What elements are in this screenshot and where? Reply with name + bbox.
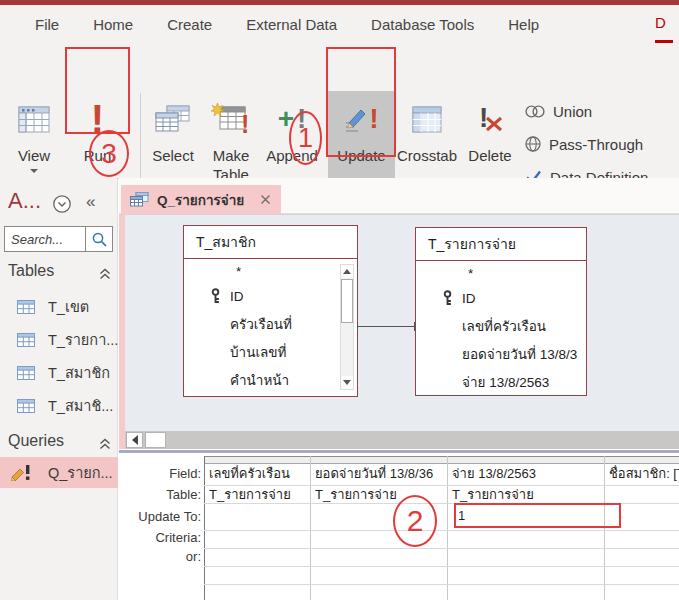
annotation-update-to-cell-rect <box>454 503 621 528</box>
field-item[interactable]: บ้านเลขที่ <box>230 343 330 363</box>
grid-cell-table-3[interactable]: T_รายการจ่าย <box>452 486 601 504</box>
search-input[interactable] <box>5 231 85 248</box>
annotation-step-2-circle: 2 <box>393 495 437 547</box>
scrollbar-thumb[interactable] <box>341 279 353 323</box>
grid-row-line <box>204 548 679 549</box>
table-icon <box>17 366 35 380</box>
field-item-id[interactable]: ID <box>462 289 476 309</box>
field-item[interactable]: คำนำหน้า <box>230 371 330 391</box>
view-dropdown-caret-icon <box>30 169 38 173</box>
globe-icon <box>524 135 542 153</box>
menu-tab-home[interactable]: Home <box>76 16 150 33</box>
sidebar-item-t-khet[interactable]: T_เขต <box>0 291 118 322</box>
grid-row-label-field: Field: <box>124 465 201 483</box>
h-scrollbar-thumb[interactable] <box>145 432 166 448</box>
search-icon <box>91 231 108 248</box>
access-window: File Home Create External Data Database … <box>0 0 679 600</box>
grid-cell-field-4[interactable]: ชื่อสมาชิก: [T <box>609 465 679 483</box>
annotation-step-3-circle: 3 <box>89 130 129 177</box>
delete-cross-icon <box>485 116 503 132</box>
menu-tab-file[interactable]: File <box>18 16 76 33</box>
tab-close-button[interactable] <box>258 192 273 207</box>
tables-section-header[interactable]: Tables <box>8 262 54 280</box>
document-tab-query[interactable]: Q_รายการจ่าย <box>121 185 281 214</box>
design-h-scrollbar-track[interactable] <box>125 431 679 449</box>
shutter-bar-collapse-button[interactable]: « <box>86 192 95 212</box>
crosstab-query-icon <box>412 91 442 147</box>
sidebar-item-label: T_สมาชิ... <box>48 394 113 417</box>
tables-collapse-chevron-icon[interactable] <box>99 266 111 284</box>
join-line[interactable] <box>358 326 415 327</box>
table-icon <box>17 399 35 413</box>
field-list-scrollbar <box>340 264 354 390</box>
primary-key-icon <box>210 288 221 307</box>
scroll-down-button[interactable] <box>341 376 353 389</box>
grid-row-label-table: Table: <box>124 486 201 504</box>
tab-title: Q_รายการจ่าย <box>157 189 244 211</box>
field-item[interactable]: จ่าย 13/8/2563 <box>462 373 586 393</box>
grid-cell-field-2[interactable]: ยอดจ่ายวันที่ 13/8/36 <box>315 465 444 483</box>
field-item-id[interactable]: ID <box>230 287 244 307</box>
menu-tab-external-data[interactable]: External Data <box>229 16 354 33</box>
nav-pane-title[interactable]: A... <box>8 188 41 214</box>
sidebar-item-t-samachi[interactable]: T_สมาชิ... <box>0 390 118 421</box>
grid-cell-field-3[interactable]: จ่าย 13/8/2563 <box>452 465 601 483</box>
grid-border <box>204 456 205 600</box>
update-query-item-icon <box>11 464 35 481</box>
table-card-title: T_รายการจ่าย <box>416 228 586 261</box>
grid-row-label-update-to: Update To: <box>124 508 201 526</box>
sidebar-item-t-raika[interactable]: T_รายกา... <box>0 324 118 355</box>
grid-cell-table-1[interactable]: T_รายการจ่าย <box>209 486 307 504</box>
make-table-icon: ! <box>211 91 251 147</box>
grid-row-line <box>204 584 679 585</box>
sidebar-item-q-raika[interactable]: Q_รายก... <box>0 457 118 488</box>
annotation-step-1-circle: 1 <box>289 111 322 165</box>
union-icon <box>524 104 546 119</box>
delete-button-label: Delete <box>468 147 511 166</box>
grid-cell-field-1[interactable]: เลขที่ครัวเรือน <box>209 465 307 483</box>
scroll-up-button[interactable] <box>341 265 353 278</box>
view-icon <box>18 91 50 147</box>
sidebar-item-label: T_เขต <box>48 295 89 318</box>
nav-pane-menu-icon[interactable] <box>52 194 72 218</box>
scroll-left-button[interactable] <box>126 432 143 448</box>
menu-tab-database-tools[interactable]: Database Tools <box>354 16 491 33</box>
field-item-star[interactable]: * <box>468 264 473 284</box>
grid-row-label-or: or: <box>124 548 201 566</box>
queries-section-header[interactable]: Queries <box>8 432 64 450</box>
field-item[interactable]: ครัวเรือนที่ <box>230 315 330 335</box>
table-card-t-raikarnchai[interactable]: T_รายการจ่าย * ID เลขที่ครัวเรือน ยอดจ่า… <box>415 227 587 396</box>
sidebar-item-t-samachik[interactable]: T_สมาชิก <box>0 357 118 388</box>
join-end-tick <box>357 322 358 331</box>
nav-search-box <box>4 226 113 252</box>
annotation-update-rect <box>326 47 396 157</box>
table-icon <box>17 300 35 314</box>
table-card-t-samachik[interactable]: T_สมาชิก * ID ครัวเรือนที่ บ้านเลขที่ คำ… <box>183 225 358 397</box>
union-button-label: Union <box>553 103 592 120</box>
table-icon <box>17 333 35 347</box>
field-item[interactable]: เลขที่ครัวเรือน <box>462 317 584 337</box>
field-item-star[interactable]: * <box>236 262 241 282</box>
field-item[interactable]: ยอดจ่ายวันที่ 13/8/3 <box>462 345 586 365</box>
menu-tab-create[interactable]: Create <box>150 16 229 33</box>
queries-collapse-chevron-icon[interactable] <box>99 436 111 454</box>
sidebar-item-label: T_สมาชิก <box>48 361 110 384</box>
pass-through-button[interactable]: Pass-Through <box>524 133 643 155</box>
make-table-excl-icon: ! <box>241 112 249 137</box>
menu-tab-help[interactable]: Help <box>491 16 556 33</box>
annotation-run-rect <box>65 47 130 134</box>
union-button[interactable]: Union <box>524 100 592 122</box>
grid-row-label-criteria: Criteria: <box>124 529 201 547</box>
grid-column-selector-strip[interactable] <box>205 456 679 464</box>
search-button[interactable] <box>85 227 112 251</box>
grid-column-divider <box>310 456 311 600</box>
primary-key-icon <box>442 290 453 309</box>
menu-tab-design-partial[interactable]: D <box>655 5 673 44</box>
grid-row-line <box>204 566 679 567</box>
query-tab-icon <box>130 192 149 207</box>
view-button-label: View <box>18 147 50 166</box>
grid-column-divider <box>604 456 605 600</box>
ribbon-tab-bar: File Home Create External Data Database … <box>0 5 679 43</box>
table-card-title: T_สมาชิก <box>184 226 357 259</box>
grid-column-divider <box>447 456 448 600</box>
